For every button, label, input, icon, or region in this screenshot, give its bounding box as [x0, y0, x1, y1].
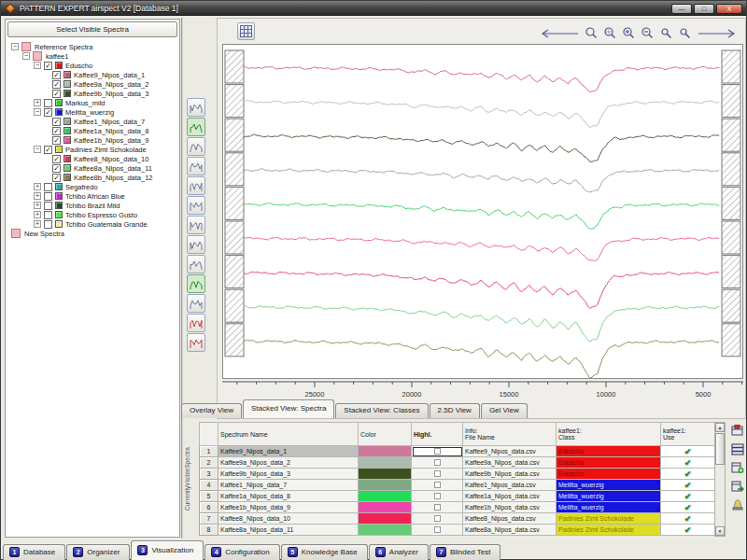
tree-item[interactable]: +Tchibo Guatemala Grande	[7, 219, 177, 229]
magnifier-icon[interactable]	[585, 26, 599, 40]
highlight-cell[interactable]	[412, 480, 463, 491]
tree-checkbox[interactable]: ✓	[52, 80, 61, 89]
tree-checkbox[interactable]	[44, 183, 52, 191]
tree-item[interactable]: ✓Kaffee9_Nlpos_data_1	[7, 70, 177, 79]
color-cell[interactable]	[359, 457, 412, 469]
table-row[interactable]: 3Kaffee9b_Nlpos_data_3Kaffee9b_Nlpos_dat…	[200, 469, 715, 480]
use-cell[interactable]: ✔	[661, 469, 715, 480]
tree-checkbox[interactable]: ✓	[52, 127, 61, 135]
tree-item[interactable]: −Reference Spectra	[7, 42, 177, 51]
tree-checkbox[interactable]: ✓	[52, 155, 61, 163]
collapse-icon[interactable]: −	[34, 62, 41, 69]
tree-item[interactable]: −✓Padinies Zimt Schokolade	[7, 145, 177, 154]
tree-checkbox[interactable]: ✓	[52, 90, 61, 98]
table-rows-button[interactable]	[730, 442, 744, 455]
color-cell[interactable]	[359, 469, 412, 480]
highlight-cell[interactable]	[412, 525, 463, 536]
use-cell[interactable]: ✔	[661, 513, 715, 525]
histogram-marked-button[interactable]	[187, 255, 205, 273]
collapse-icon[interactable]: −	[22, 52, 30, 60]
magnifier-plus-icon[interactable]	[622, 26, 636, 40]
class-cell[interactable]: Eduscho	[557, 469, 661, 480]
tree-item[interactable]: ✓Kaffee1b_Nlpos_data_9	[7, 135, 177, 145]
table-add-green-button[interactable]	[730, 461, 744, 474]
column-header[interactable]: Spectrum Name	[218, 423, 359, 446]
tree-item[interactable]: ✓Kaffee8b_Nlpos_data_12	[7, 173, 177, 182]
table-row[interactable]: 4Kaffee1_Nlpos_data_7Kaffee1_Nlpos_data.…	[200, 480, 715, 491]
select-visible-spectra-button[interactable]: Select Visible Spectra	[7, 21, 177, 37]
main-tab-database[interactable]: 1Database	[3, 544, 65, 560]
table-row[interactable]: 1Kaffee9_Nlpos_data_1Kaffee9_Nlpos_data.…	[200, 446, 715, 457]
tree-checkbox[interactable]: ✓	[52, 118, 61, 126]
scroll-down-icon[interactable]: ▼	[715, 526, 725, 536]
use-cell[interactable]: ✔	[661, 446, 715, 457]
column-header[interactable]: Info:File Name	[463, 423, 557, 446]
peak-view-button[interactable]	[187, 274, 205, 293]
column-header[interactable]: Highl.	[412, 423, 463, 446]
mean-spectra-button[interactable]	[187, 157, 205, 175]
class-cell[interactable]: Melitta_wuerzig	[557, 480, 661, 491]
table-row[interactable]: 8Kaffee8a_Nlpos_data_11Kaffee8a_Nlpos_da…	[200, 525, 715, 536]
spectra-chart[interactable]	[222, 44, 743, 379]
highlight-checkbox[interactable]	[434, 448, 441, 455]
maximize-button[interactable]: □	[694, 4, 714, 14]
class-cell[interactable]: Padinies Zimt Schokolade	[557, 513, 661, 525]
main-tab-blinded-test[interactable]: 7Blinded Test	[430, 544, 500, 560]
highlight-checkbox[interactable]	[434, 515, 441, 522]
main-tab-organizer[interactable]: 2Organizer	[66, 544, 130, 560]
main-tab-analyzer[interactable]: 6Analyzer	[369, 544, 429, 560]
minimize-button[interactable]: —	[671, 4, 692, 14]
magnifier-region-icon[interactable]	[603, 26, 617, 40]
tree-item[interactable]: −kaffee1	[7, 51, 177, 61]
red-peak-button[interactable]	[187, 333, 205, 352]
tree-item[interactable]: ✓Kaffee8a_Nlpos_data_11	[7, 163, 177, 173]
color-cell[interactable]	[359, 502, 412, 513]
tree-checkbox[interactable]: ✓	[52, 136, 61, 145]
spectrum-name-cell[interactable]: Kaffee1a_Nlpos_data_8	[218, 491, 359, 502]
color-cell[interactable]	[359, 446, 412, 457]
color-cell[interactable]	[359, 513, 412, 525]
highlight-cell[interactable]	[412, 491, 463, 502]
tree-checkbox[interactable]: ✓	[44, 146, 52, 154]
class-cell[interactable]: Melitta_wuerzig	[557, 502, 661, 513]
spectrum-name-cell[interactable]: Kaffee1_Nlpos_data_7	[218, 480, 359, 491]
view-tab-stacked-view-classes[interactable]: Stacked View: Classes	[335, 403, 428, 418]
class-cell[interactable]: Eduscho	[557, 446, 661, 457]
expand-icon[interactable]: +	[34, 99, 41, 106]
tree-item[interactable]: ✓Kaffee9a_Nlpos_data_2	[7, 79, 177, 89]
expand-icon[interactable]: +	[34, 202, 41, 209]
tree-item[interactable]: +Segafredo	[7, 182, 177, 191]
tree-item[interactable]: ✓Kaffee9b_Nlpos_data_3	[7, 89, 177, 98]
pan-right-arrow[interactable]	[697, 29, 736, 38]
tree-item[interactable]: +Tchibo Brazil Mild	[7, 201, 177, 210]
view-tab-overlay-view[interactable]: Overlay View	[181, 403, 242, 418]
median-spectra-button[interactable]	[187, 176, 205, 195]
scroll-thumb[interactable]	[715, 433, 725, 465]
view-tab-stacked-view-spectra[interactable]: Stacked View: Spectra	[243, 399, 334, 418]
highlight-checkbox[interactable]	[434, 526, 441, 533]
table-scrollbar[interactable]: ▲ ▼	[714, 422, 726, 537]
panel-splitter[interactable]	[181, 18, 183, 539]
main-tab-knowledge-base[interactable]: 5Knowledge Base	[281, 544, 368, 560]
expand-icon[interactable]: +	[34, 192, 41, 200]
gel-view-button[interactable]	[187, 216, 205, 234]
tree-item[interactable]: ✓Kaffee1a_Nlpos_data_8	[7, 126, 177, 135]
table-row[interactable]: 7Kaffee8_Nlpos_data_10Kaffee8_Nlpos_data…	[200, 513, 715, 525]
class-cell[interactable]: Eduscho	[557, 457, 661, 469]
highlight-checkbox[interactable]	[434, 482, 441, 488]
collapse-icon[interactable]: −	[11, 43, 19, 50]
use-cell[interactable]: ✔	[661, 502, 715, 513]
class-cell[interactable]: Melitta_wuerzig	[557, 491, 661, 502]
minmax-spectra-button[interactable]	[187, 196, 205, 215]
tree-checkbox[interactable]	[44, 192, 52, 201]
expand-icon[interactable]: +	[34, 183, 41, 190]
tree-checkbox[interactable]	[44, 220, 52, 229]
spectrum-name-cell[interactable]: Kaffee8a_Nlpos_data_11	[218, 525, 359, 536]
stacked-classes-button[interactable]	[187, 137, 205, 156]
expand-icon[interactable]: +	[34, 220, 41, 228]
magnifier-small-plus-icon[interactable]	[659, 26, 673, 40]
close-button[interactable]: X	[716, 4, 742, 14]
highlight-cell[interactable]	[412, 457, 463, 469]
main-tab-configuration[interactable]: 4Configuration	[204, 544, 280, 560]
magnifier-small-minus-icon[interactable]	[678, 26, 692, 40]
